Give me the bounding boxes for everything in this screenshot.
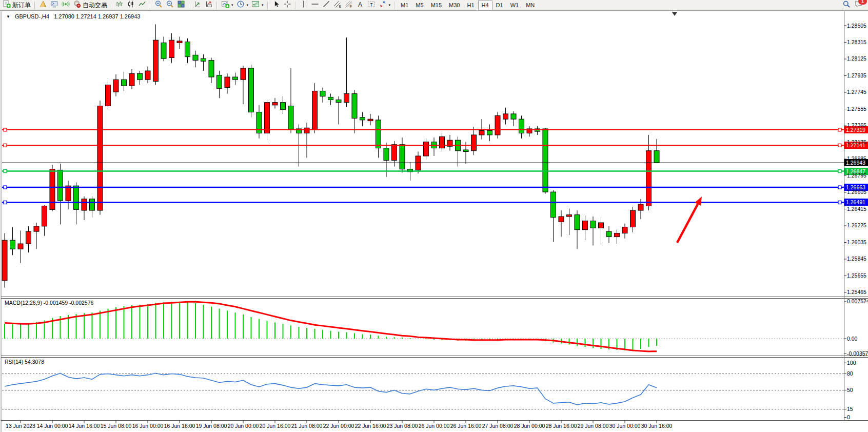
svg-text:E: E [339,5,341,8]
zoom-in-icon [154,0,163,10]
toolbar-separator [150,2,151,9]
chart-title: ▼ GBPUSD-,H4 1.27080 1.27214 1.26937 1.2… [6,13,140,19]
svg-text:F: F [350,5,352,8]
autotrade-label: 自动交易 [83,1,107,10]
timeframe-M5[interactable]: M5 [412,1,427,10]
timeframe-MN[interactable]: MN [522,1,538,10]
horizontal-line-button[interactable] [309,1,321,10]
line-chart-icon [138,0,146,10]
timeframe-M15[interactable]: M15 [427,1,445,10]
add-indicator-button[interactable]: ▾ [220,1,235,10]
toolbar-separator [34,2,35,9]
horizontal-line-icon [311,0,319,10]
candlestick-chart-button[interactable] [125,1,136,10]
chevron-down-icon[interactable]: ▾ [389,3,391,7]
chart-template-button[interactable]: ▾ [250,1,265,10]
zoom-out-icon [166,0,174,10]
vertical-line-button[interactable] [298,1,309,10]
signal-icon [62,0,70,10]
arrows-button[interactable]: ▾ [377,1,392,10]
candlestick-chart-icon [127,0,135,10]
market-watch-icon [39,0,47,10]
crosshair-icon [283,0,291,10]
timeframe-W1[interactable]: W1 [507,1,523,10]
tile-windows-button[interactable] [175,1,187,10]
timeframe-H1[interactable]: H1 [463,1,478,10]
price-axis[interactable] [844,11,868,421]
equidistant-channel-icon: E [333,0,342,10]
timeframe-H4[interactable]: H4 [478,1,492,10]
notification-badge: 1 [858,0,867,5]
toolbar-separator [189,2,190,9]
toolbar-separator [111,2,112,9]
fibonacci-icon: F [345,0,353,10]
chevron-down-icon[interactable]: ▾ [231,3,233,7]
time-axis[interactable] [2,421,844,432]
chevron-down-icon[interactable]: ▾ [247,3,249,7]
new-order-icon [3,0,11,10]
indicators-icon [193,0,202,10]
timeframe-M1[interactable]: M1 [397,1,412,10]
tile-windows-icon [177,0,185,10]
indicator-windows-icon [205,0,213,10]
equidistant-channel-button[interactable]: E [332,1,343,10]
search-icon[interactable] [842,0,851,10]
trend-line-icon [322,0,330,10]
crosshair-button[interactable] [282,1,293,10]
symbol-dropdown-icon[interactable]: ▼ [6,14,10,19]
toolbar-separator [216,2,218,9]
arrows-icon [379,0,387,10]
bar-chart-button[interactable] [114,1,125,10]
toolbar-separator [394,2,395,9]
toolbar-separator [295,2,296,9]
autotrade-button[interactable]: 自动交易 [71,1,109,10]
new-order-label: 新订单 [12,1,31,10]
signal-button[interactable] [60,1,71,10]
add-indicator-icon [221,0,229,10]
market-watch-button[interactable] [37,1,49,10]
zoom-in-button[interactable] [153,1,164,10]
cursor-icon [272,0,280,10]
toolbar-separator [267,2,268,9]
macd-panel-canvas[interactable] [2,299,844,356]
cursor-button[interactable] [270,1,282,10]
timeframe-clock-icon [236,0,245,10]
timeframe-D1[interactable]: D1 [492,1,507,10]
zoom-out-button[interactable] [164,1,175,10]
autotrade-icon [73,0,81,10]
ohlc-values: 1.27080 1.27214 1.26937 1.26943 [54,13,140,19]
text-label-button[interactable]: T [366,1,377,10]
new-order-button[interactable]: 新订单 [1,1,32,10]
notifications-button[interactable]: 1 [855,0,863,10]
chevron-down-icon[interactable]: ▾ [262,3,264,7]
text-label-icon: T [367,0,376,10]
line-chart-button[interactable] [136,1,148,10]
trend-line-button[interactable] [321,1,332,10]
indicator-windows-button[interactable] [203,1,214,10]
terminal-button[interactable] [49,1,60,10]
text-icon: A [356,0,364,10]
main-chart-canvas[interactable] [2,11,844,297]
svg-text:T: T [370,2,372,7]
terminal-icon [50,0,58,10]
indicators-button[interactable] [192,1,203,10]
symbol-period-label: GBPUSD-,H4 [15,13,49,19]
text-button[interactable]: A [354,1,366,10]
toolbar: 新订单自动交易▾▾▾EFAT▾M1M5M15M30H1H4D1W1MN1 [0,0,868,11]
svg-text:A: A [358,1,362,8]
fibonacci-button[interactable]: F [343,1,354,10]
timeframe-M30[interactable]: M30 [445,1,463,10]
rsi-panel-canvas[interactable] [2,358,844,420]
timeframe-clock-button[interactable]: ▾ [235,1,250,10]
vertical-line-icon [300,0,308,10]
bar-chart-icon [115,0,124,10]
chart-template-icon [251,0,260,10]
